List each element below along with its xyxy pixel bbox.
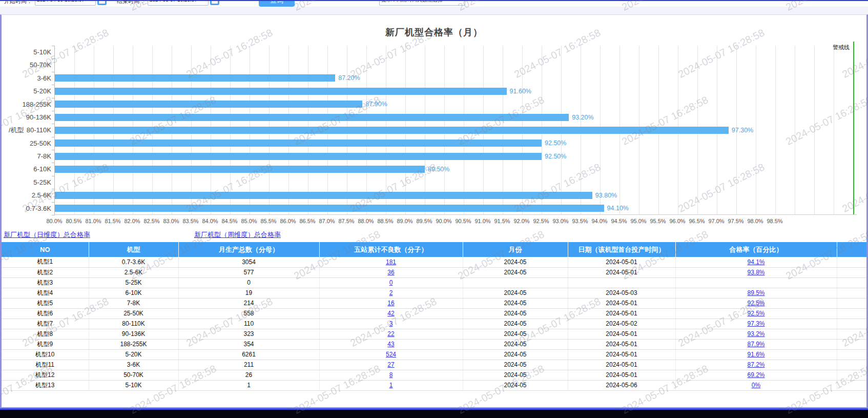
y-axis-category-label: 188-255K: [2, 98, 51, 111]
cell-first-production-date: 2024-05-02: [568, 319, 675, 329]
pass-rate-link[interactable]: 92.5%: [747, 300, 764, 307]
pass-rate-link[interactable]: 69.2%: [747, 371, 764, 379]
daily-rate-link[interactable]: 新厂机型（日维度）总合格率: [4, 230, 90, 240]
pass-rate-link[interactable]: 0%: [752, 382, 760, 389]
cell-model: 90-136K: [89, 329, 178, 339]
cell-monthly-total: 1: [178, 380, 319, 390]
bar-value-label: 89.50%: [428, 166, 449, 173]
x-axis-tick: 98.5%: [760, 218, 789, 224]
cell-model: 6-10K: [89, 288, 178, 298]
defect-count-link[interactable]: 22: [387, 330, 394, 337]
end-time-input[interactable]: 2024-05-07 16:28:07: [148, 0, 209, 6]
cell-pass-rate: [675, 277, 837, 288]
defect-count-link[interactable]: 0: [389, 279, 393, 286]
start-time-input[interactable]: 2024-04-30 16:28:07: [35, 0, 96, 6]
pass-rate-link[interactable]: 87.9%: [747, 341, 764, 348]
cell-monthly-total: 323: [178, 329, 319, 339]
pass-rate-link[interactable]: 93.2%: [747, 330, 764, 337]
end-calendar-icon[interactable]: [210, 0, 219, 5]
cell-defect-count: 16: [319, 298, 463, 308]
cell-first-production-date: 2024-05-01: [568, 370, 675, 380]
bar-value-label: 87.20%: [338, 74, 360, 82]
defect-count-link[interactable]: 43: [387, 341, 394, 348]
bar-5-20K: [55, 88, 507, 95]
hint-input[interactable]: 提示：间隔时间天数能选择: [379, 0, 465, 6]
pass-rate-link[interactable]: 92.5%: [747, 310, 764, 317]
cell-defect-count: 8: [319, 370, 463, 380]
cell-monthly-total: 211: [178, 360, 319, 370]
cell-model: 80-110K: [89, 319, 178, 329]
cell-month: 2024-05: [463, 329, 568, 339]
cell-pass-rate: 93.2%: [675, 329, 837, 339]
defect-count-link[interactable]: 27: [387, 361, 394, 368]
defect-count-link[interactable]: 181: [386, 258, 396, 266]
defect-count-link[interactable]: 16: [387, 300, 394, 307]
cell-pass-rate: 87.2%: [675, 360, 837, 370]
cell-no: 机型2: [2, 267, 89, 277]
defect-count-link[interactable]: 36: [387, 269, 394, 276]
y-axis-category-label: 6-10K: [2, 163, 51, 175]
y-axis-category-label: 5-25K: [2, 176, 51, 189]
pass-rate-link[interactable]: 93.8%: [747, 269, 764, 276]
cell-monthly-total: 214: [178, 298, 319, 308]
pass-rate-link[interactable]: 87.2%: [747, 361, 764, 368]
cell-first-production-date: 2024-05-01: [568, 308, 675, 319]
cell-no: 机型8: [2, 329, 89, 339]
pass-rate-link[interactable]: 91.6%: [747, 351, 764, 358]
defect-count-link[interactable]: 524: [386, 351, 396, 358]
cell-defect-count: 36: [319, 267, 463, 277]
table-row: 机型22.5-6K577362024-052024-05-0193.8%: [2, 267, 866, 277]
y-axis-category-label: 2.5-6K: [2, 189, 51, 202]
pass-rate-link[interactable]: 89.5%: [747, 289, 764, 296]
defect-count-link[interactable]: 42: [387, 310, 394, 317]
weekly-rate-link[interactable]: 新厂机型（周维度）总合格率: [194, 230, 281, 240]
bar-value-label: 91.60%: [510, 88, 531, 95]
pass-rate-link[interactable]: 94.1%: [747, 258, 764, 266]
col-header-no: NO: [2, 242, 89, 257]
table-row: 机型46-10K1922024-052024-05-0389.5%: [2, 288, 866, 298]
pass-rate-link[interactable]: 97.3%: [747, 320, 764, 327]
col-header-month: 月份: [463, 242, 568, 257]
y-axis-tick: [52, 124, 55, 124]
table-row: 机型105-20K62615242024-052024-05-0191.6%: [2, 349, 866, 360]
defect-count-link[interactable]: 1: [389, 382, 393, 389]
defect-count-link[interactable]: 8: [389, 371, 393, 379]
gridline: [834, 46, 834, 214]
defect-count-link[interactable]: 3: [389, 320, 393, 327]
toolbar: 开始时间： 2024-04-30 16:28:07 结束时间： 2024-05-…: [0, 0, 868, 7]
table-header: NO机型月生产总数（分母）五站累计不良数（分子）月份日期（该机型首台投产时间）合…: [2, 242, 866, 257]
cell-model: 5-25K: [89, 277, 178, 288]
y-axis-category-label: 3-6K: [2, 72, 51, 85]
y-axis-tick: [52, 85, 55, 85]
y-axis-tick: [52, 137, 55, 137]
cell-extra: [837, 288, 866, 298]
cell-defect-count: 0: [319, 277, 463, 288]
bar-value-label: 93.80%: [595, 192, 617, 199]
cell-first-production-date: 2024-05-01: [568, 298, 675, 308]
cell-pass-rate: 93.8%: [675, 267, 837, 277]
cell-extra: [837, 308, 866, 319]
table-row: 机型9188-255K354432024-052024-05-0187.9%: [2, 339, 866, 349]
y-axis-tick: [52, 111, 55, 111]
y-axis-category-label: 5-20K: [2, 85, 51, 97]
table-row: 机型113-6K211272024-052024-05-0187.2%: [2, 360, 866, 370]
query-button[interactable]: 查询: [259, 0, 295, 7]
cell-first-production-date: 2024-05-01: [568, 257, 675, 267]
cell-extra: [837, 319, 866, 329]
cell-extra: [837, 349, 866, 360]
start-time-label: 开始时间：: [4, 0, 32, 7]
cell-month: 2024-05: [463, 308, 568, 319]
pass-rate-bar-chart: 新厂机型合格率（月） /机型 5-10K50-70K3-6K5-20K188-2…: [2, 15, 866, 227]
cell-defect-count: 22: [319, 329, 463, 339]
table-row: 机型57-8K214162024-052024-05-0192.5%: [2, 298, 866, 308]
bar-3-6K: [55, 74, 335, 82]
cell-first-production-date: 2024-05-06: [568, 380, 675, 390]
y-axis-tick: [52, 150, 55, 150]
cell-extra: [837, 360, 866, 370]
defect-count-link[interactable]: 2: [389, 289, 393, 296]
bar-90-136K: [55, 114, 569, 121]
start-calendar-icon[interactable]: [97, 0, 107, 5]
cell-pass-rate: 92.5%: [675, 298, 837, 308]
table-row: 机型35-25K00: [2, 277, 866, 288]
cell-no: 机型4: [2, 288, 89, 298]
